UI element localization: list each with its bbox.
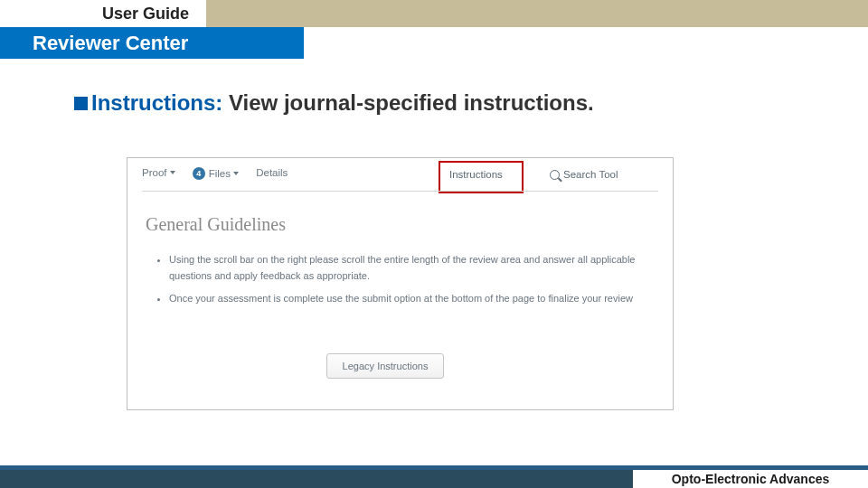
tab-files-label: Files [209,168,231,179]
tab-search-label: Search Tool [563,169,618,180]
files-count-badge: 4 [193,167,205,180]
tab-details[interactable]: Details [256,167,288,178]
list-item: Using the scroll bar on the right please… [169,252,646,284]
tab-details-label: Details [256,167,288,178]
footer-journal-name: Opto-Electronic Advances [633,470,868,488]
search-icon [550,170,560,180]
section-title: Reviewer Center [0,27,304,59]
list-item: Once your assessment is complete use the… [169,291,646,307]
tab-proof-label: Proof [142,167,167,178]
screenshot-panel: Proof 4 Files Details Instructions Searc… [127,157,674,410]
slide-heading: Instructions: View journal-specified ins… [74,90,594,116]
bullet-square-icon [74,97,88,110]
tab-files[interactable]: 4 Files [193,167,239,180]
guidelines-list: Using the scroll bar on the right please… [155,252,646,314]
heading-label: Instructions: [91,90,222,115]
heading-text: View journal-specified instructions. [222,90,593,115]
guidelines-heading: General Guidelines [146,214,286,235]
top-bar-spacer [0,0,85,27]
page-title: User Guide [85,0,206,27]
tab-divider [142,191,658,192]
chevron-down-icon [233,172,239,175]
chevron-down-icon [170,171,175,174]
tab-instructions[interactable]: Instructions [449,169,503,180]
legacy-instructions-button[interactable]: Legacy Instructions [326,353,444,379]
tab-proof[interactable]: Proof [142,167,175,178]
tab-search-tool[interactable]: Search Tool [550,169,618,180]
